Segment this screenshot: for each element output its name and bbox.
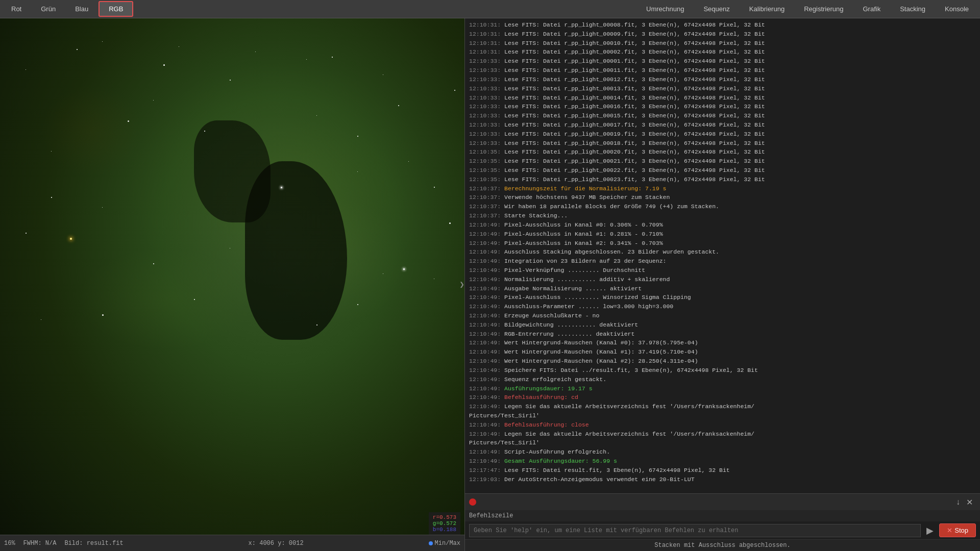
log-line: 12:10:49: Pixel-Ausschluss in Kanal #2: … [469, 239, 976, 248]
log-line: 12:10:31: Lese FITS: Datei r_pp_light_00… [469, 30, 976, 39]
log-line: 12:10:33: Lese FITS: Datei r_pp_light_00… [469, 75, 976, 84]
log-line: 12:10:37: Wir haben 18 parallele Blocks … [469, 202, 976, 211]
command-row: ▶ ✕ Stop [465, 521, 980, 539]
log-line: 12:10:37: Berechnungszeit für die Normal… [469, 184, 976, 193]
console-bottom: ↓ ✕ Befehlszeile ▶ ✕ Stop Stacken mit Au… [465, 493, 980, 551]
log-line: 12:10:35: Lese FITS: Datei r_pp_light_00… [469, 157, 976, 166]
fwhm-value: FWHM: N/A [23, 540, 57, 547]
log-line: 12:10:49: Pixel-Verknüpfung ......... Du… [469, 266, 976, 275]
log-line: 12:10:49: Legen Sie das aktuelle Arbeits… [469, 402, 976, 420]
log-line: 12:10:33: Lese FITS: Datei r_pp_light_00… [469, 93, 976, 103]
tab-blau[interactable]: Blau [66, 1, 97, 17]
close-console-icon[interactable]: ✕ [963, 496, 976, 508]
log-line: 12:10:49: Befehlsausführung: close [469, 420, 976, 430]
log-line: 12:10:37: Starte Stacking... [469, 211, 976, 220]
menu-registrierung[interactable]: Registrierung [795, 2, 852, 16]
color-stats: r=0.573 g=0.572 b=0.188 [429, 512, 460, 535]
log-line: 12:10:49: Script-Ausführung erfolgreich. [469, 447, 976, 457]
main-layout: result.fit [0, 18, 980, 551]
log-line: 12:10:49: Ausgabe Normalisierung ...... … [469, 284, 976, 293]
log-line: 12:17:47: Lese FITS: Datei result.fit, 3… [469, 466, 976, 475]
log-line: 12:10:33: Lese FITS: Datei r_pp_light_00… [469, 84, 976, 93]
log-line: 12:10:33: Lese FITS: Datei r_pp_light_00… [469, 130, 976, 139]
log-line: 12:19:03: Der AutoStretch-Anzeigemodus v… [469, 475, 976, 484]
log-line: 12:10:49: Pixel-Ausschluss .......... Wi… [469, 293, 976, 302]
send-icon[interactable]: ▶ [924, 524, 936, 537]
menu-grafik[interactable]: Grafik [853, 2, 890, 16]
log-line: 12:10:49: Bildgewichtung ........... dea… [469, 320, 976, 330]
tab-gruen[interactable]: Grün [32, 1, 65, 17]
log-line: 12:10:49: Gesamt Ausführungsdauer: 56.99… [469, 457, 976, 466]
menu-konsole[interactable]: Konsole [936, 2, 978, 16]
log-line: 12:10:33: Lese FITS: Datei r_pp_light_00… [469, 139, 976, 148]
menu-umrechnung[interactable]: Umrechnung [637, 2, 693, 16]
menu-sequenz[interactable]: Sequenz [694, 2, 739, 16]
befehlszeile-label: Befehlszeile [465, 510, 980, 521]
record-indicator [469, 498, 476, 506]
log-line: 12:10:49: Speichere FITS: Datei ../resul… [469, 366, 976, 375]
log-line: 12:10:49: Legen Sie das aktuelle Arbeits… [469, 430, 976, 448]
menu-kalibrierung[interactable]: Kalibrierung [740, 2, 794, 16]
log-line: 12:10:49: Pixel-Ausschluss in Kanal #1: … [469, 230, 976, 239]
status-message: Stacken mit Ausschluss abgeschlossen. [465, 539, 980, 551]
log-line: 12:10:49: Normalisierung ........... add… [469, 275, 976, 284]
console-log[interactable]: 12:10:31: Lese FITS: Datei r_pp_light_00… [465, 18, 980, 493]
log-line: 12:10:49: Ausführungsdauer: 19.17 s [469, 384, 976, 393]
menu-stacking[interactable]: Stacking [891, 2, 935, 16]
log-line: 12:10:49: Wert Hintergrund-Rauschen (Kan… [469, 357, 976, 366]
download-icon[interactable]: ↓ [953, 496, 963, 508]
image-filename: Bild: result.fit [64, 540, 123, 547]
log-line: 12:10:33: Lese FITS: Datei r_pp_light_00… [469, 120, 976, 130]
log-line: 12:10:31: Lese FITS: Datei r_pp_light_00… [469, 47, 976, 57]
log-line: 12:10:49: Ausschluss Stacking abgeschlos… [469, 247, 976, 257]
log-line: 12:10:49: Erzeuge Ausschlußkarte - no [469, 311, 976, 320]
log-line: 12:10:31: Lese FITS: Datei r_pp_light_00… [469, 39, 976, 48]
log-line: 12:10:31: Lese FITS: Datei r_pp_light_00… [469, 20, 976, 30]
zoom-level: 16% [4, 540, 15, 547]
log-line: 12:10:49: Wert Hintergrund-Rauschen (Kan… [469, 347, 976, 357]
log-line: 12:10:49: Integration von 23 Bildern auf… [469, 257, 976, 266]
log-line: 12:10:37: Verwende höchstens 9437 MB Spe… [469, 193, 976, 202]
g-stat: g=0.572 [433, 520, 456, 527]
top-nav: Rot Grün Blau RGB Umrechnung Sequenz Kal… [0, 0, 980, 18]
log-line: 12:10:33: Lese FITS: Datei r_pp_light_00… [469, 111, 976, 120]
console-toolbar: ↓ ✕ [465, 494, 980, 510]
log-line: 12:10:33: Lese FITS: Datei r_pp_light_00… [469, 102, 976, 111]
console-panel: 12:10:31: Lese FITS: Datei r_pp_light_00… [464, 18, 980, 551]
stop-button[interactable]: ✕ Stop [939, 523, 976, 537]
log-line: 12:10:49: Wert Hintergrund-Rauschen (Kan… [469, 338, 976, 347]
log-line: 12:10:35: Lese FITS: Datei r_pp_light_00… [469, 147, 976, 157]
r-stat: r=0.573 [433, 514, 456, 520]
log-line: 12:10:33: Lese FITS: Datei r_pp_light_00… [469, 66, 976, 75]
log-line: 12:10:49: RGB-Entrerrung .......... deak… [469, 330, 976, 339]
collapse-arrow[interactable]: ❯ [459, 280, 464, 290]
log-line: 12:10:49: Sequenz erfolgreich gestackt. [469, 375, 976, 384]
minmax-label[interactable]: Min/Max [435, 540, 460, 547]
command-input[interactable] [469, 524, 921, 537]
log-line: 12:10:33: Lese FITS: Datei r_pp_light_00… [469, 57, 976, 66]
coords: x: 4006 y: 0012 [249, 540, 304, 547]
b-stat: b=0.188 [433, 527, 456, 533]
log-line: 12:10:49: Pixel-Ausschluss in Kanal #0: … [469, 220, 976, 230]
image-status-bar: 16% FWHM: N/A Bild: result.fit x: 4006 y… [0, 535, 464, 551]
log-line: 12:10:35: Lese FITS: Datei r_pp_light_00… [469, 175, 976, 184]
tab-rot[interactable]: Rot [2, 1, 31, 17]
stop-label: Stop [954, 527, 968, 534]
image-panel[interactable]: result.fit [0, 18, 464, 551]
image-canvas [0, 18, 464, 551]
log-line: 12:10:35: Lese FITS: Datei r_pp_light_00… [469, 166, 976, 175]
log-line: 12:10:49: Ausschluss-Parameter ...... lo… [469, 302, 976, 311]
log-line: 12:10:49: Befehlsausführung: cd [469, 393, 976, 402]
stop-x-icon: ✕ [947, 527, 952, 534]
tab-rgb[interactable]: RGB [99, 1, 133, 17]
